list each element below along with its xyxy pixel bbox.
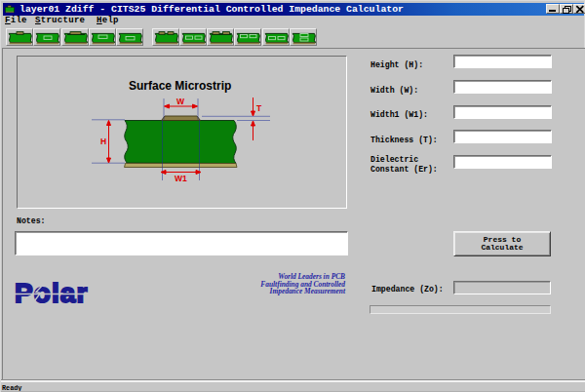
svg-text:W: W bbox=[176, 97, 185, 106]
svg-text:T: T bbox=[256, 103, 262, 113]
svg-text:W1: W1 bbox=[175, 174, 187, 183]
svg-text:Polar: Polar bbox=[15, 278, 89, 307]
svg-text:H: H bbox=[100, 137, 106, 146]
